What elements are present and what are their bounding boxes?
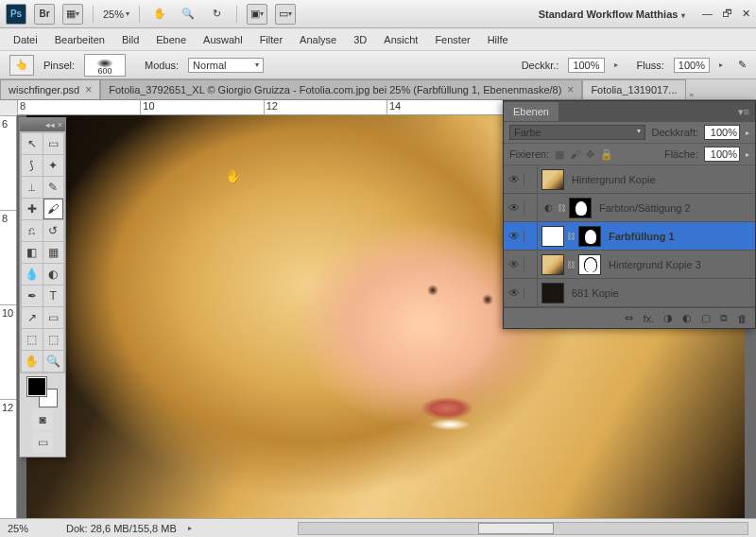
opacity-arrow-icon[interactable]: ▸ xyxy=(614,61,618,69)
flow-input[interactable]: 100% xyxy=(674,58,710,73)
menu-auswahl[interactable]: Auswahl xyxy=(203,34,243,45)
ps-icon[interactable]: Ps xyxy=(6,4,26,25)
adjustment-icon[interactable]: ◐ xyxy=(682,312,692,324)
doc-tab-0[interactable]: wischfinger.psd× xyxy=(0,79,100,99)
menu-filter[interactable]: Filter xyxy=(260,34,283,45)
brush-tool[interactable]: 🖌 xyxy=(43,199,64,219)
menu-hilfe[interactable]: Hilfe xyxy=(488,34,508,45)
crop-tool[interactable]: ⟂ xyxy=(22,177,43,198)
status-menu-icon[interactable]: ▸ xyxy=(188,524,192,532)
shape-tool[interactable]: ▭ xyxy=(43,307,64,328)
marquee-tool[interactable]: ▭ xyxy=(43,133,64,154)
menu-ebene[interactable]: Ebene xyxy=(156,34,186,45)
close-icon[interactable]: ✕ xyxy=(742,8,750,20)
screen-icon[interactable]: ▭▾ xyxy=(275,4,296,25)
rotate-icon[interactable]: ↻ xyxy=(206,4,227,25)
menu-datei[interactable]: Datei xyxy=(13,34,38,45)
mask-thumb[interactable] xyxy=(569,198,592,218)
3d-cam-tool[interactable]: ⬚ xyxy=(43,329,64,350)
screenmode-toggle[interactable]: ▭ xyxy=(32,432,53,453)
close-icon[interactable]: × xyxy=(567,83,574,96)
zoom-field[interactable]: 25% xyxy=(8,523,55,534)
tabs-overflow-icon[interactable]: » xyxy=(690,91,694,99)
menu-analyse[interactable]: Analyse xyxy=(300,34,336,45)
smudge-tool-icon[interactable]: 👆 xyxy=(9,55,34,76)
layers-tab[interactable]: Ebenen xyxy=(504,102,558,121)
h-scrollbar[interactable] xyxy=(298,522,748,535)
airbrush-icon[interactable]: ✎ xyxy=(738,59,747,71)
type-tool[interactable]: T xyxy=(43,286,64,306)
lock-position-icon[interactable]: ✥ xyxy=(586,148,594,161)
link-icon[interactable]: ⛓ xyxy=(567,232,576,241)
layer-row[interactable]: 👁 ◐⛓ Farbton/Sättigung 2 xyxy=(504,194,755,222)
restore-icon[interactable]: 🗗 xyxy=(722,8,732,20)
layer-name[interactable]: Hintergrund Kopie xyxy=(568,174,656,185)
layer-row[interactable]: 👁 681 Kopie xyxy=(504,279,755,307)
heal-tool[interactable]: ✚ xyxy=(22,199,43,219)
workspace-switcher[interactable]: Standard Workflow Matthias ▾ xyxy=(539,7,685,21)
lock-all-icon[interactable]: 🔒 xyxy=(600,148,613,161)
doc-tab-2[interactable]: Fotolia_1319017... xyxy=(582,79,685,99)
wand-tool[interactable]: ✦ xyxy=(43,155,64,176)
eraser-tool[interactable]: ◧ xyxy=(22,242,43,263)
zoom-dropdown[interactable]: 25% ▾ xyxy=(103,9,129,20)
layer-thumb[interactable] xyxy=(541,169,564,190)
flow-arrow-icon[interactable]: ▸ xyxy=(719,61,723,69)
gradient-tool[interactable]: ▦ xyxy=(43,242,64,263)
layer-name[interactable]: Farbfüllung 1 xyxy=(605,231,675,242)
layer-name[interactable]: Farbton/Sättigung 2 xyxy=(595,202,691,214)
layer-thumb[interactable] xyxy=(541,283,564,303)
pen-tool[interactable]: ✒ xyxy=(22,286,43,306)
zoom-icon[interactable]: 🔍 xyxy=(178,4,198,25)
group-icon[interactable]: ▢ xyxy=(701,312,711,324)
menu-ansicht[interactable]: Ansicht xyxy=(384,34,418,45)
layer-blend-dropdown[interactable]: Farbe▾ xyxy=(509,125,645,140)
layer-name[interactable]: 681 Kopie xyxy=(568,287,619,299)
menu-bild[interactable]: Bild xyxy=(122,34,139,45)
trash-icon[interactable]: 🗑 xyxy=(737,313,747,324)
layer-thumb[interactable] xyxy=(541,254,564,275)
minimize-icon[interactable]: — xyxy=(702,8,713,20)
visibility-toggle[interactable]: 👁 xyxy=(504,286,524,300)
lasso-tool[interactable]: ⟆ xyxy=(22,155,43,176)
eyedropper-tool[interactable]: ✎ xyxy=(43,177,64,198)
link-layers-icon[interactable]: ⇔ xyxy=(625,312,633,324)
path-tool[interactable]: ↗ xyxy=(22,307,43,328)
close-icon[interactable]: × xyxy=(85,83,92,96)
fx-icon[interactable]: fx. xyxy=(643,313,654,324)
layer-row[interactable]: 👁 Hintergrund Kopie xyxy=(504,165,755,194)
visibility-toggle[interactable]: 👁 xyxy=(504,230,524,243)
doc-tab-1[interactable]: Fotolia_3792651_XL © Giorgio Gruizza - F… xyxy=(100,79,582,99)
arrange-icon[interactable]: ▣▾ xyxy=(247,4,267,25)
visibility-toggle[interactable]: 👁 xyxy=(504,201,524,215)
color-swatches[interactable] xyxy=(27,377,58,407)
dodge-tool[interactable]: ◐ xyxy=(43,264,64,285)
new-layer-icon[interactable]: ⧉ xyxy=(720,312,728,324)
menu-3d[interactable]: 3D xyxy=(353,34,367,45)
3d-tool[interactable]: ⬚ xyxy=(22,329,43,350)
layer-row[interactable]: 👁 ⛓ Hintergrund Kopie 3 xyxy=(504,251,755,279)
lock-pixels-icon[interactable]: 🖌 xyxy=(570,148,580,160)
brush-preset-picker[interactable]: 600 xyxy=(84,54,126,77)
link-icon[interactable]: ⛓ xyxy=(567,260,576,269)
link-icon[interactable]: ⛓ xyxy=(558,203,566,213)
mask-thumb[interactable] xyxy=(578,254,601,275)
hand-icon[interactable]: ✋ xyxy=(149,4,170,25)
br-icon[interactable]: Br xyxy=(34,4,55,25)
menu-bearbeiten[interactable]: Bearbeiten xyxy=(55,34,105,45)
layer-opacity-input[interactable]: 100% xyxy=(704,125,740,140)
menu-fenster[interactable]: Fenster xyxy=(435,34,470,45)
mask-thumb[interactable] xyxy=(578,226,601,247)
visibility-toggle[interactable]: 👁 xyxy=(504,173,524,186)
lock-transparency-icon[interactable]: ▦ xyxy=(555,148,564,161)
toolbox-header[interactable]: ◂◂ × xyxy=(20,118,65,131)
visibility-toggle[interactable]: 👁 xyxy=(504,258,524,271)
mask-icon[interactable]: ◑ xyxy=(663,312,673,324)
history-brush-tool[interactable]: ↺ xyxy=(43,220,64,241)
fill-input[interactable]: 100% xyxy=(704,147,740,162)
move-tool[interactable]: ↖ xyxy=(22,133,43,154)
hand-tool[interactable]: ✋ xyxy=(22,351,43,372)
opacity-input[interactable]: 100% xyxy=(568,58,604,73)
blur-tool[interactable]: 💧 xyxy=(22,264,43,285)
stamp-tool[interactable]: ⎌ xyxy=(22,220,43,241)
